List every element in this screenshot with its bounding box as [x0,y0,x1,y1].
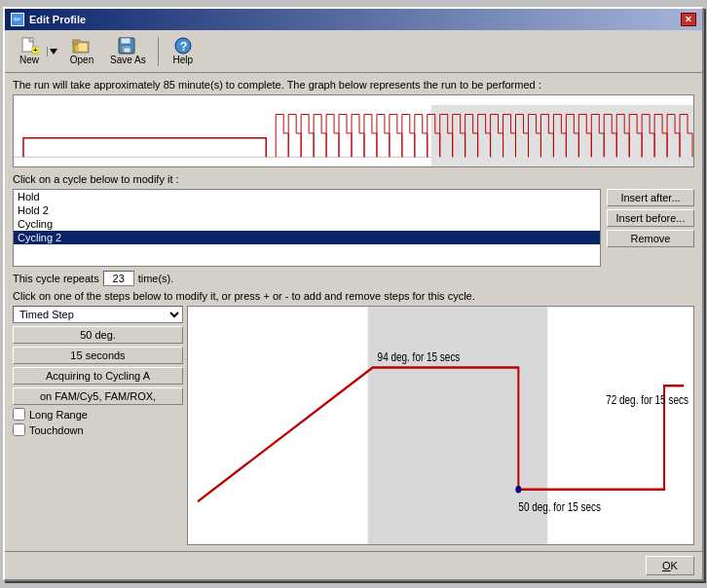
svg-point-22 [515,486,521,494]
remove-button[interactable]: Remove [607,230,694,247]
acq-button[interactable]: Acquiring to Cycling A [13,367,183,385]
cycle-list[interactable]: Hold Hold 2 Cycling Cycling 2 [13,189,601,267]
toolbar: + New Open [5,30,702,73]
steps-section: Timed Step Temperature Step Gradient Ste… [13,306,694,545]
temp-button[interactable]: 50 deg. [13,326,183,344]
title-bar: ✏ Edit Profile ✕ [5,9,702,30]
svg-text:72 deg. for 15 secs: 72 deg. for 15 secs [606,393,688,406]
open-label: Open [70,55,93,65]
cycle-item-hold2[interactable]: Hold 2 [14,203,600,217]
help-label: Help [172,55,193,65]
new-button[interactable]: + New [12,35,47,67]
cycle-section: Hold Hold 2 Cycling Cycling 2 Insert aft… [13,189,694,267]
new-dropdown-arrow[interactable] [47,47,59,56]
title-bar-left: ✏ Edit Profile [11,13,86,26]
repeat-suffix: time(s). [138,273,174,284]
svg-rect-12 [121,38,130,44]
touchdown-checkbox[interactable] [13,423,25,436]
long-range-row: Long Range [13,408,183,421]
long-range-checkbox[interactable] [13,408,25,421]
window-title: Edit Profile [29,14,86,25]
help-icon: ? [173,37,193,55]
long-range-label: Long Range [29,409,88,421]
steps-info: Click on one of the steps below to modif… [13,290,694,302]
repeat-row: This cycle repeats time(s). [13,271,694,286]
svg-rect-14 [124,48,130,53]
main-content: The run will take approximately 85 minut… [5,73,702,551]
repeat-input[interactable] [103,271,134,286]
cycle-buttons: Insert after... Insert before... Remove [607,189,694,247]
save-as-label: Save As [110,55,146,65]
bottom-bar: OK [5,551,702,579]
ok-button[interactable]: OK [646,556,694,575]
svg-text:94 deg. for 15 secs: 94 deg. for 15 secs [378,350,461,363]
svg-text:?: ? [180,40,187,54]
cycle-section-label: Click on a cycle below to modify it : [13,173,694,185]
svg-text:+: + [33,46,38,55]
insert-after-button[interactable]: Insert after... [607,189,694,206]
svg-text:50 deg. for 15 secs: 50 deg. for 15 secs [518,500,601,513]
touchdown-label: Touchdown [29,424,84,436]
save-as-icon [118,37,137,55]
ok-rest: K [671,560,678,571]
time-button[interactable]: 15 seconds [13,347,183,364]
step-type-select[interactable]: Timed Step Temperature Step Gradient Ste… [13,306,183,323]
insert-before-button[interactable]: Insert before... [607,209,694,227]
cycle-item-cycling[interactable]: Cycling [14,217,600,231]
new-label: New [19,55,39,65]
cycle-item-hold[interactable]: Hold [14,190,600,203]
svg-rect-10 [78,43,88,52]
svg-marker-6 [50,49,57,55]
steps-left-panel: Timed Step Temperature Step Gradient Ste… [13,306,183,545]
open-icon [72,37,92,55]
window-icon: ✏ [11,13,24,26]
channel-button[interactable]: on FAM/Cy5, FAM/ROX, [13,387,183,405]
new-button-group[interactable]: + New [11,34,60,68]
profile-graph [13,94,694,167]
save-as-button[interactable]: Save As [103,34,153,68]
open-button[interactable]: Open [62,34,101,68]
info-text: The run will take approximately 85 minut… [13,79,694,91]
new-icon: + [19,37,39,55]
close-button[interactable]: ✕ [681,13,696,26]
touchdown-row: Touchdown [13,423,183,436]
repeat-prefix: This cycle repeats [13,273,99,284]
help-button[interactable]: ? Help [164,34,203,68]
steps-graph: - + 94 deg. for 15 secs 50 deg. for 15 s… [187,306,694,545]
ok-underline: O [662,560,671,571]
cycle-item-cycling2[interactable]: Cycling 2 [14,231,600,244]
edit-profile-window: ✏ Edit Profile ✕ + New [3,7,704,581]
toolbar-divider [158,37,159,66]
